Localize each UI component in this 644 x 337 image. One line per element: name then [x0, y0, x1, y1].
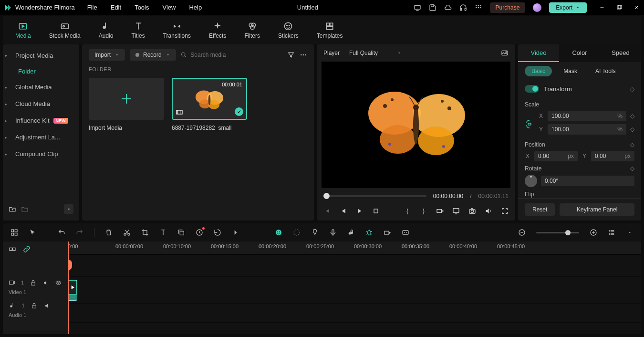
import-media-tile[interactable]: Import Media	[89, 78, 164, 131]
reset-button[interactable]: Reset	[525, 203, 555, 216]
subtab-mask[interactable]: Mask	[557, 66, 584, 76]
sidebar-compound-clip[interactable]: Compound Clip	[3, 146, 79, 162]
tab-audio[interactable]: Audio	[96, 20, 116, 41]
tab-templates[interactable]: Templates	[314, 20, 346, 41]
rotate-knob[interactable]	[525, 175, 537, 187]
marker-icon[interactable]	[311, 229, 319, 236]
reverse-icon[interactable]	[214, 229, 221, 236]
transform-keyframe-icon[interactable]: ◇	[630, 85, 634, 93]
scrub-handle[interactable]	[323, 193, 330, 199]
link-tracks-icon[interactable]	[23, 245, 31, 253]
audio-lock-icon[interactable]	[31, 302, 38, 309]
stop-icon[interactable]	[372, 207, 380, 215]
tab-stock-media[interactable]: Stock Media	[46, 20, 83, 41]
track-options-icon[interactable]	[626, 229, 634, 236]
search-media[interactable]	[181, 52, 282, 58]
video-track-header[interactable]: 1	[3, 276, 68, 289]
maximize-icon[interactable]	[615, 4, 623, 11]
cloud-icon[interactable]	[444, 4, 452, 11]
tab-stickers[interactable]: Stickers	[275, 20, 301, 41]
timeline-mode-icon[interactable]	[9, 245, 16, 253]
link-scale-icon[interactable]	[525, 120, 534, 128]
play-icon[interactable]	[356, 207, 364, 215]
redo-icon[interactable]	[76, 229, 83, 236]
camera-icon[interactable]	[468, 207, 476, 215]
scale-x-input[interactable]: 100.00%	[548, 111, 626, 121]
record-dropdown[interactable]: Record	[130, 49, 176, 61]
music-icon[interactable]	[347, 229, 355, 236]
minimize-icon[interactable]	[598, 4, 606, 11]
save-icon[interactable]	[429, 4, 436, 11]
sidebar-influence-kit[interactable]: Influence KitNEW	[3, 112, 79, 129]
collapse-sidebar-icon[interactable]	[64, 204, 73, 214]
transform-toggle[interactable]	[525, 85, 539, 93]
mute-icon[interactable]	[42, 279, 50, 286]
time-ruler[interactable]: 0:0000:00:05:0000:00:10:0000:00:15:0000:…	[68, 242, 641, 255]
search-input[interactable]	[190, 52, 282, 58]
caption-icon[interactable]	[402, 229, 409, 236]
menu-tools[interactable]: Tools	[135, 4, 149, 11]
lock-icon[interactable]	[30, 279, 37, 286]
media-clip-tile[interactable]: 00:00:01 6887-197198282_small	[172, 78, 247, 131]
new-folder-icon[interactable]	[9, 205, 16, 213]
keyframe-tool-icon[interactable]	[384, 229, 391, 236]
mic-icon[interactable]	[329, 229, 337, 236]
text-icon[interactable]	[159, 229, 167, 236]
grid-icon[interactable]	[10, 229, 18, 236]
fullscreen-icon[interactable]	[501, 207, 509, 215]
color-icon[interactable]	[293, 229, 301, 236]
menu-edit[interactable]: Edit	[111, 4, 121, 11]
new-bin-icon[interactable]	[21, 205, 29, 213]
tab-transitions[interactable]: Transitions	[160, 20, 194, 41]
track-view-icon[interactable]	[608, 229, 615, 236]
inspector-tab-color[interactable]: Color	[559, 44, 600, 62]
zoom-out-icon[interactable]	[518, 229, 526, 236]
sidebar-cloud-media[interactable]: Cloud Media	[3, 95, 79, 112]
snapshot-settings-icon[interactable]	[501, 49, 509, 57]
rotate-keyframe-icon[interactable]: ◇	[630, 165, 634, 172]
bug-icon[interactable]	[365, 229, 373, 236]
filter-icon[interactable]	[287, 51, 295, 59]
scale-y-input[interactable]: 100.00%	[548, 124, 626, 135]
sidebar-project-media[interactable]: Project Media	[3, 47, 79, 64]
pointer-icon[interactable]	[29, 229, 36, 236]
scale-y-keyframe-icon[interactable]: ◇	[630, 126, 634, 133]
device-icon[interactable]	[414, 4, 421, 11]
zoom-in-icon[interactable]	[590, 229, 597, 236]
mark-out-icon[interactable]: }	[420, 207, 427, 215]
ai-icon[interactable]	[275, 229, 282, 236]
export-button[interactable]: Export	[549, 2, 587, 13]
volume-icon[interactable]	[485, 207, 492, 215]
audio-track-header[interactable]: 1	[3, 299, 68, 312]
display-icon[interactable]	[452, 207, 460, 215]
scale-x-keyframe-icon[interactable]: ◇	[630, 113, 634, 119]
cut-icon[interactable]	[123, 229, 131, 236]
menu-view[interactable]: View	[162, 4, 176, 11]
audio-mute-icon[interactable]	[44, 302, 52, 309]
quality-dropdown[interactable]: Full Quality	[349, 50, 402, 56]
position-keyframe-icon[interactable]: ◇	[630, 141, 634, 148]
rotate-input[interactable]: 0.00°	[541, 176, 634, 186]
more-icon[interactable]	[300, 51, 307, 59]
scrub-bar[interactable]	[323, 195, 426, 197]
prev-frame-icon[interactable]	[323, 207, 331, 215]
inspector-tab-speed[interactable]: Speed	[600, 44, 641, 62]
mark-in-icon[interactable]: {	[404, 207, 411, 215]
position-y-input[interactable]: 0.00px	[591, 151, 634, 161]
crop-icon[interactable]	[141, 229, 149, 236]
speed-icon[interactable]	[196, 229, 203, 236]
tab-filters[interactable]: Filters	[241, 20, 263, 41]
ratio-icon[interactable]	[436, 207, 444, 215]
preview-canvas[interactable]	[322, 62, 510, 188]
expand-icon[interactable]	[232, 229, 239, 236]
tab-media[interactable]: Media	[12, 20, 34, 41]
tab-titles[interactable]: Titles	[128, 20, 147, 41]
visibility-icon[interactable]	[55, 279, 62, 286]
purchase-button[interactable]: Purchase	[490, 2, 526, 13]
play-backward-icon[interactable]	[340, 207, 347, 215]
zoom-slider[interactable]	[536, 232, 579, 233]
menu-file[interactable]: File	[87, 4, 97, 11]
inspector-tab-video[interactable]: Video	[518, 44, 559, 62]
sidebar-folder[interactable]: Folder	[3, 64, 79, 79]
playhead[interactable]	[68, 242, 69, 334]
